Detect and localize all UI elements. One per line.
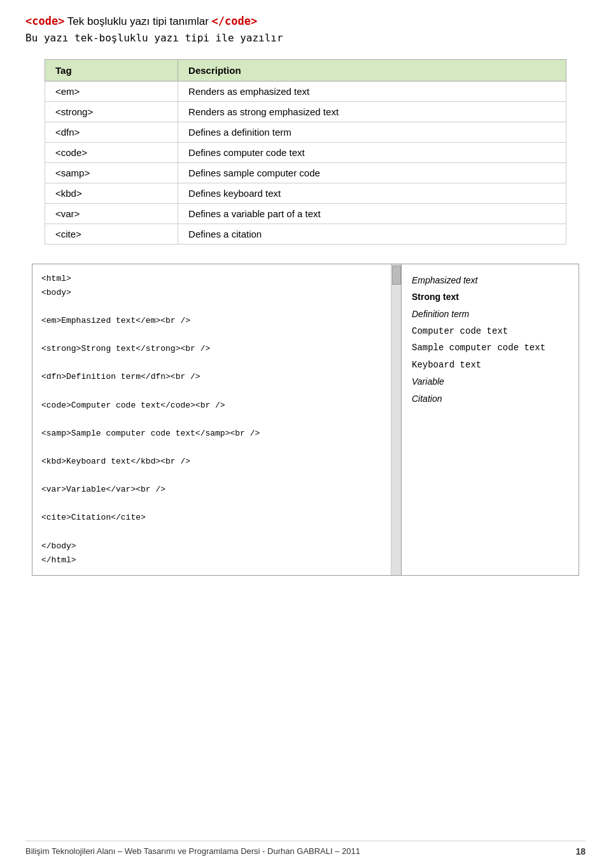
table-row: <em>Renders as emphasized text [45, 81, 566, 101]
code-line: <body> [41, 286, 392, 300]
table-row: <dfn>Defines a definition term [45, 122, 566, 142]
table-row: <strong>Renders as strong emphasized tex… [45, 101, 566, 122]
code-line: <html> [41, 272, 392, 286]
table-header-description: Description [178, 59, 566, 81]
example-container: <html><body> <em>Emphasized text</em><br… [32, 264, 579, 576]
footer: Bilişim Teknolojileri Alanı – Web Tasarı… [25, 841, 586, 857]
tag-table: Tag Description <em>Renders as emphasize… [45, 59, 566, 245]
code-line: <dfn>Definition term</dfn><br /> [41, 370, 392, 384]
code-line [41, 525, 392, 539]
output-item: Keyboard text [412, 357, 568, 374]
code-line [41, 300, 392, 314]
table-cell-tag: <code> [45, 142, 178, 162]
code-open-tag: <code> [25, 15, 64, 27]
table-cell-tag: <dfn> [45, 122, 178, 142]
table-cell-description: Defines a variable part of a text [178, 203, 566, 224]
table-cell-description: Defines computer code text [178, 142, 566, 162]
code-close-tag: </code> [212, 15, 258, 27]
table-cell-tag: <var> [45, 203, 178, 224]
code-line [41, 469, 392, 483]
footer-text: Bilişim Teknolojileri Alanı – Web Tasarı… [25, 846, 360, 857]
code-line [41, 385, 392, 399]
table-row: <code>Defines computer code text [45, 142, 566, 162]
code-line: <code>Computer code text</code><br /> [41, 399, 392, 413]
intro-line2: Bu yazı tek-boşluklu yazı tipi ile yazıl… [25, 30, 586, 46]
table-header-row: Tag Description [45, 59, 566, 81]
code-line [41, 328, 392, 342]
table-cell-tag: <cite> [45, 224, 178, 244]
intro-section: <code> Tek boşluklu yazı tipi tanımlar <… [25, 13, 586, 46]
code-line: <em>Emphasized text</em><br /> [41, 314, 392, 328]
code-lines: <html><body> <em>Emphasized text</em><br… [41, 272, 392, 567]
code-line: <samp>Sample computer code text</samp><b… [41, 427, 392, 441]
output-item: Variable [412, 373, 568, 390]
table-row: <var>Defines a variable part of a text [45, 203, 566, 224]
table-cell-tag: <kbd> [45, 183, 178, 203]
output-item: Sample computer code text [412, 339, 568, 357]
table-cell-description: Renders as emphasized text [178, 81, 566, 101]
output-panel: Emphasized textStrong textDefinition ter… [402, 264, 579, 575]
footer-page: 18 [575, 846, 586, 857]
intro-middle-text: Tek boşluklu yazı tipi tanımlar [67, 15, 212, 27]
code-line: <kbd>Keyboard text</kbd><br /> [41, 455, 392, 469]
code-panel: <html><body> <em>Emphasized text</em><br… [32, 264, 402, 575]
output-item: Definition term [412, 306, 568, 323]
code-line: <cite>Citation</cite> [41, 511, 392, 525]
table-header-tag: Tag [45, 59, 178, 81]
table-cell-tag: <em> [45, 81, 178, 101]
table-cell-description: Defines a definition term [178, 122, 566, 142]
code-line [41, 441, 392, 455]
table-cell-tag: <samp> [45, 162, 178, 183]
output-item: Citation [412, 390, 568, 408]
code-line [41, 413, 392, 427]
table-row: <kbd>Defines keyboard text [45, 183, 566, 203]
code-line [41, 497, 392, 511]
output-item: Computer code text [412, 323, 568, 340]
scrollbar[interactable] [391, 264, 401, 575]
table-row: <samp>Defines sample computer code [45, 162, 566, 183]
intro-line1: <code> Tek boşluklu yazı tipi tanımlar <… [25, 13, 586, 30]
code-line: <var>Variable</var><br /> [41, 483, 392, 497]
table-cell-description: Renders as strong emphasized text [178, 101, 566, 122]
output-item: Strong text [412, 288, 568, 306]
table-cell-description: Defines a citation [178, 224, 566, 244]
table-cell-description: Defines keyboard text [178, 183, 566, 203]
table-cell-description: Defines sample computer code [178, 162, 566, 183]
code-line: </html> [41, 553, 392, 567]
table-row: <cite>Defines a citation [45, 224, 566, 244]
table-cell-tag: <strong> [45, 101, 178, 122]
code-line [41, 356, 392, 370]
code-line: </body> [41, 539, 392, 553]
output-item: Emphasized text [412, 272, 568, 289]
scrollbar-thumb[interactable] [392, 266, 401, 285]
code-line: <strong>Strong text</strong><br /> [41, 342, 392, 356]
output-container: Emphasized textStrong textDefinition ter… [412, 272, 568, 408]
